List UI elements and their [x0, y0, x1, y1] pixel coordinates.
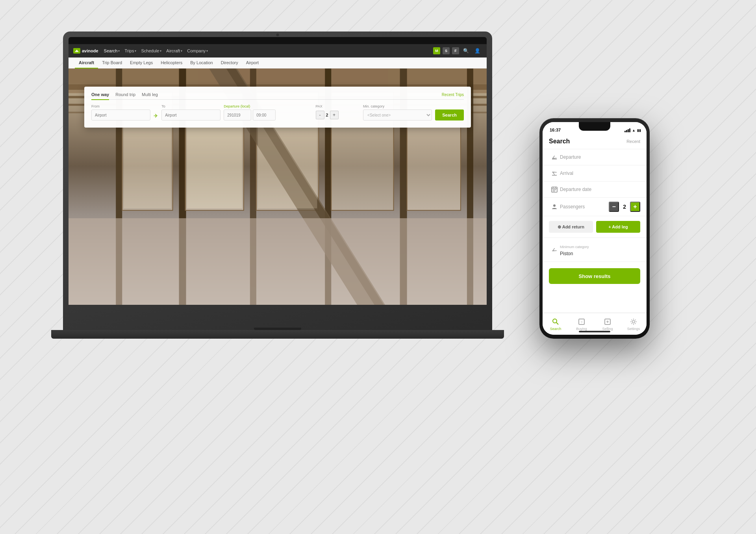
- laptop-body: avinode Search ▾ Trips ▾ Schedule: [63, 32, 492, 339]
- arrival-icon: [549, 170, 560, 176]
- departure-icon: [549, 154, 560, 160]
- svg-rect-31: [555, 189, 556, 190]
- pax-minus-button[interactable]: -: [316, 111, 324, 119]
- phone-pax-controls: − 2 +: [609, 202, 640, 212]
- subnav-aircraft[interactable]: Aircraft: [75, 57, 98, 69]
- badge-f[interactable]: F: [452, 47, 459, 54]
- passengers-label-text: Passengers: [560, 204, 609, 210]
- laptop-device: avinode Search ▾ Trips ▾ Schedule: [63, 32, 492, 339]
- from-label: From: [91, 104, 150, 108]
- departure-date-input[interactable]: [224, 109, 251, 121]
- phone-min-category[interactable]: Minimum category Piston: [543, 238, 647, 262]
- phone-status-icons: ▲ ▮▮: [624, 128, 641, 132]
- calendar-icon: [549, 186, 560, 193]
- logo-text: avinode: [82, 48, 98, 53]
- departure-group: Departure (local): [224, 104, 312, 121]
- svg-rect-32: [553, 191, 554, 191]
- phone-tab-search[interactable]: Search: [543, 315, 569, 333]
- min-cat-select[interactable]: <Select one>: [363, 109, 432, 121]
- phone-tab-buying[interactable]: ? Buying: [569, 315, 595, 333]
- laptop-base: [51, 330, 504, 339]
- schedule-caret: ▾: [160, 49, 161, 53]
- min-cat-group: Min. category <Select one>: [363, 104, 432, 121]
- svg-rect-33: [554, 191, 555, 191]
- svg-point-34: [553, 204, 556, 207]
- to-input[interactable]: [161, 109, 220, 121]
- nav-item-schedule[interactable]: Schedule ▾: [141, 48, 161, 53]
- to-group: To: [161, 104, 220, 121]
- phone-action-buttons: ⊕ Add return + Add leg: [543, 216, 647, 238]
- signal-bar-3: [628, 129, 629, 132]
- tab-selling-label: Selling: [602, 327, 613, 331]
- tab-one-way[interactable]: One way: [91, 92, 109, 100]
- tab-multi-leg[interactable]: Multi leg: [142, 92, 158, 100]
- search-button[interactable]: Search: [435, 109, 464, 121]
- tab-search-icon: [551, 317, 560, 326]
- pax-plus-button[interactable]: +: [330, 111, 339, 119]
- from-input[interactable]: [91, 109, 150, 121]
- nav-menu: Search ▾ Trips ▾ Schedule ▾ Aircraft: [104, 48, 208, 53]
- subnav-trip-board[interactable]: Trip Board: [98, 57, 126, 69]
- phone-pax-plus-btn[interactable]: +: [630, 202, 640, 212]
- tab-settings-label: Settings: [627, 327, 640, 331]
- subnav-helicopters[interactable]: Helicopters: [157, 57, 186, 69]
- phone-content: Search Recent Departure: [543, 134, 647, 313]
- battery-icon: ▮▮: [637, 128, 641, 132]
- departure-date-text: Departure date: [560, 187, 640, 192]
- add-return-button[interactable]: ⊕ Add return: [549, 221, 593, 233]
- phone-arrival-field[interactable]: Arrival: [543, 165, 647, 182]
- subnav-empty-legs[interactable]: Empty Legs: [126, 57, 157, 69]
- search-box: One way Round trip Multi leg Recent Trip…: [84, 87, 471, 128]
- search-icon-btn[interactable]: 🔍: [461, 47, 471, 54]
- subnav-airport[interactable]: Airport: [242, 57, 263, 69]
- phone-recent-link[interactable]: Recent: [626, 139, 640, 144]
- pax-label: PAX: [316, 104, 360, 108]
- laptop-screen-bezel: avinode Search ▾ Trips ▾ Schedule: [69, 37, 487, 305]
- badge-s[interactable]: S: [443, 47, 450, 54]
- avinode-logo-icon: [73, 48, 80, 54]
- arrival-field-text: Arrival: [560, 171, 640, 176]
- pax-controls: - 2 +: [316, 109, 360, 121]
- search-caret: ▾: [118, 49, 120, 53]
- laptop-screen: avinode Search ▾ Trips ▾ Schedule: [69, 44, 487, 305]
- tab-round-trip[interactable]: Round trip: [115, 92, 135, 100]
- signal-bars-icon: [624, 128, 630, 132]
- badge-m[interactable]: M: [433, 47, 440, 54]
- nav-item-search[interactable]: Search ▾: [104, 48, 120, 53]
- phone-departure-field[interactable]: Departure: [543, 149, 647, 165]
- svg-text:?: ?: [581, 321, 583, 324]
- departure-time-input[interactable]: [253, 109, 276, 121]
- svg-rect-0: [69, 69, 487, 84]
- phone-tab-settings[interactable]: Settings: [621, 315, 647, 333]
- flight-arrow: ✈: [154, 113, 158, 121]
- phone-time: 16:37: [548, 128, 561, 132]
- phone-title: Search: [549, 138, 626, 145]
- phone-departure-date-field[interactable]: Departure date: [543, 182, 647, 198]
- subnav-by-location[interactable]: By Location: [186, 57, 217, 69]
- user-icon-btn[interactable]: 👤: [473, 47, 482, 54]
- phone-form: Departure Arrival: [543, 149, 647, 284]
- nav-item-trips[interactable]: Trips ▾: [124, 48, 136, 53]
- phone-header: Search Recent: [543, 134, 647, 149]
- svg-point-35: [553, 319, 557, 323]
- wifi-icon: ▲: [632, 128, 636, 132]
- nav-item-company[interactable]: Company ▾: [187, 48, 208, 53]
- signal-bar-4: [629, 128, 630, 132]
- tab-buying-icon: ?: [577, 317, 586, 326]
- signal-bar-2: [626, 130, 627, 132]
- search-fields: From ✈ To De: [91, 104, 464, 121]
- laptop-subnav: Aircraft Trip Board Empty Legs Helicopte…: [69, 57, 487, 69]
- laptop-hero: One way Round trip Multi leg Recent Trip…: [69, 69, 487, 305]
- phone-pax-minus-btn[interactable]: −: [609, 202, 619, 212]
- recent-trips-link[interactable]: Recent Trips: [442, 93, 464, 97]
- subnav-directory[interactable]: Directory: [217, 57, 242, 69]
- laptop-nav: avinode Search ▾ Trips ▾ Schedule: [69, 44, 487, 57]
- add-leg-button[interactable]: + Add leg: [596, 221, 640, 233]
- show-results-button[interactable]: Show results: [549, 268, 640, 284]
- tab-selling-icon: [603, 317, 612, 326]
- svg-rect-19: [69, 218, 487, 305]
- nav-right: M S F 🔍 👤: [433, 47, 482, 54]
- phone-tab-selling[interactable]: Selling: [595, 315, 621, 333]
- min-cat-label: Minimum category: [560, 245, 589, 249]
- nav-item-aircraft[interactable]: Aircraft ▾: [166, 48, 182, 53]
